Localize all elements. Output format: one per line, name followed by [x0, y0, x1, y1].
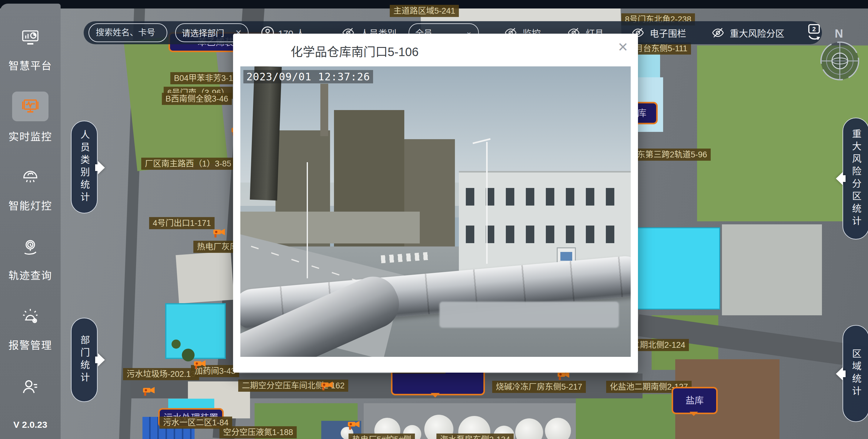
- map-label-text: 东第三跨2轨道5-96: [637, 150, 707, 159]
- sidebar-item-realtime-monitor[interactable]: 实时监控: [0, 128, 61, 143]
- expand-arrow-icon[interactable]: [835, 366, 846, 381]
- map-building: [722, 224, 822, 315]
- map-label-text: B04甲苯非芳3-10: [174, 74, 238, 83]
- video-blur-watermark: [439, 302, 619, 328]
- camera-modal: 化学品仓库南门口5-106 ✕: [233, 34, 638, 373]
- toggle-label: 重大风险分区: [730, 26, 784, 39]
- track-query-icon[interactable]: [21, 238, 39, 257]
- map-label[interactable]: B西南侧全貌3-46: [162, 93, 232, 105]
- camera-video-feed: 2023/09/01 12:37:26: [240, 66, 631, 357]
- sidebar-item-platform[interactable]: 智慧平台: [0, 58, 61, 72]
- map-label-text: B西南侧全貌3-46: [165, 94, 228, 104]
- map-label[interactable]: B04甲苯非芳3-10: [170, 72, 241, 84]
- expand-arrow-icon[interactable]: [835, 171, 846, 186]
- map-label[interactable]: 盐库: [672, 387, 718, 414]
- map-label-text: 二期北侧2-124: [631, 341, 685, 350]
- map-label-text: 厂区南主路西（1）3-85: [145, 159, 231, 168]
- tab-person-category-stats[interactable]: 人员类别统计: [71, 121, 98, 213]
- camera-icon[interactable]: [193, 357, 207, 369]
- app-version: V 2.0.23: [0, 419, 61, 430]
- camera-icon[interactable]: [320, 378, 334, 390]
- video-pipe-rack: [240, 212, 420, 243]
- video-foreground-column: [250, 66, 282, 200]
- video-chimney: [320, 84, 328, 136]
- map-label-text: 热电厂灰库: [197, 242, 238, 251]
- compass[interactable]: [819, 40, 861, 83]
- map-label[interactable]: 主道路区域5-241: [390, 5, 459, 17]
- toggle-major-risk[interactable]: 重大风险分区: [710, 26, 784, 39]
- sidebar-item-smart-light[interactable]: 智能灯控: [0, 198, 61, 212]
- sidebar-item-track-query[interactable]: 轨迹查询: [0, 267, 61, 282]
- map-label[interactable]: 4号门出口1-171: [149, 217, 215, 229]
- map-label[interactable]: 烧碱冷冻厂房东侧5-217: [492, 381, 586, 393]
- video-timestamp: 2023/09/01 12:37:26: [243, 70, 373, 83]
- toggle-efence[interactable]: 电子围栏: [630, 26, 686, 39]
- map-label-text: 库: [638, 108, 647, 119]
- map-label-text: 烧碱冷冻厂房东侧5-217: [496, 382, 582, 391]
- expand-arrow-icon[interactable]: [95, 160, 105, 175]
- tab-label: 区域统计: [849, 349, 863, 399]
- toggle-label: 电子围栏: [650, 26, 686, 39]
- map-pool: [165, 303, 226, 359]
- department-placeholder: 请选择部门: [182, 27, 224, 39]
- dimension-number: 2: [812, 26, 815, 32]
- alarm-manage-icon[interactable]: [21, 308, 39, 326]
- search-box[interactable]: [89, 23, 167, 42]
- map-label-text: 海水泵房东侧2-134: [440, 435, 510, 439]
- smart-light-icon[interactable]: [21, 168, 39, 186]
- map-label-text: 热电厂5#炉5#侧: [352, 435, 411, 439]
- close-icon[interactable]: ✕: [618, 41, 628, 54]
- sidebar-item-alarm-manage[interactable]: 报警管理: [0, 337, 61, 352]
- map-label[interactable]: 厂区南主路西（1）3-85: [141, 158, 235, 170]
- camera-modal-title: 化学品仓库南门口5-106: [291, 42, 418, 60]
- map-building: [176, 251, 234, 303]
- camera-icon[interactable]: [212, 226, 226, 238]
- tab-area-stats[interactable]: 区域统计: [842, 325, 868, 422]
- map-cyan-warehouse: [633, 227, 720, 310]
- map-tree: [172, 340, 181, 349]
- tab-major-risk-zone-stats[interactable]: 重大风险分区统计: [842, 118, 868, 239]
- person-list-icon[interactable]: [21, 378, 39, 396]
- map-label[interactable]: 东第三跨2轨道5-96: [633, 149, 711, 161]
- map-label-text: 污水垃圾场-202.13: [127, 370, 195, 379]
- tab-department-stats[interactable]: 部门统计: [71, 318, 98, 402]
- compass-north-label: N: [829, 27, 848, 40]
- map-label[interactable]: 污水垃圾场-202.13: [123, 368, 199, 380]
- expand-arrow-icon[interactable]: [95, 352, 105, 368]
- map-green-area: [576, 394, 679, 439]
- map-label[interactable]: 热电厂5#炉5#侧: [348, 434, 415, 439]
- video-light-pole: [486, 142, 488, 264]
- camera-icon[interactable]: [347, 418, 361, 430]
- map-label-text: 盐库: [686, 395, 704, 406]
- tab-label: 人员类别统计: [78, 130, 91, 204]
- camera-icon[interactable]: [142, 384, 156, 396]
- dashboard-monitor-icon[interactable]: [21, 28, 39, 46]
- map-label-text: 污水一区二区1-84: [163, 418, 228, 427]
- left-sidebar: 智慧平台 实时监控 智能灯控: [0, 4, 61, 439]
- search-input[interactable]: [95, 28, 161, 38]
- app-root: 主道路区域5-241 8号门东北角2-238 侧月台东侧5-111 苯乙烯装卸站…: [0, 0, 868, 439]
- map-label-text: 4号门出口1-171: [153, 218, 211, 228]
- map-label[interactable]: 海水泵房东侧2-134: [436, 434, 514, 439]
- tab-label: 部门统计: [78, 335, 91, 385]
- tab-label: 重大风险分区统计: [849, 129, 863, 228]
- dimension-switch[interactable]: 2: [806, 24, 822, 42]
- eye-slash-icon: [710, 26, 725, 39]
- video-light-pole: [307, 162, 308, 278]
- map-label[interactable]: 空分空压液氮1-188: [219, 426, 297, 438]
- map-label-text: 主道路区域5-241: [393, 6, 455, 16]
- realtime-monitor-icon[interactable]: [21, 97, 39, 115]
- map-label-text: 空分空压液氮1-188: [223, 428, 293, 437]
